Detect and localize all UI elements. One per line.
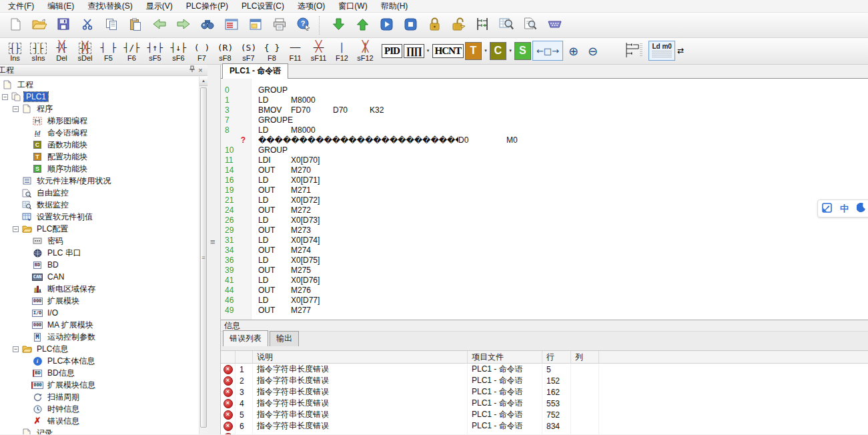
scrollbar-thumb[interactable]: ≡ bbox=[200, 87, 207, 428]
timer-block-button[interactable]: T bbox=[465, 42, 482, 60]
timer-block-dropdown[interactable]: ▾ bbox=[482, 42, 489, 60]
navigate-back-button[interactable] bbox=[147, 14, 171, 37]
tree-item-plc-serial[interactable]: PLC 串口 bbox=[0, 247, 207, 259]
sequence-block-button[interactable]: S bbox=[514, 42, 531, 60]
print-button[interactable] bbox=[268, 14, 292, 37]
vertical-line-button[interactable]: │F12 bbox=[330, 42, 354, 63]
ladder-config-button[interactable] bbox=[470, 14, 494, 37]
tree-item-motion-params[interactable]: M运动控制参数 bbox=[0, 331, 207, 343]
close-icon[interactable]: × bbox=[196, 66, 205, 75]
output-window-button[interactable] bbox=[244, 14, 268, 37]
tree-item-project-root[interactable]: 工程 bbox=[0, 79, 207, 91]
code-line[interactable]: 26LDX0[D73] bbox=[221, 215, 868, 225]
code-line[interactable]: 29OUTM273 bbox=[221, 225, 868, 235]
tree-scrollbar[interactable]: ▲ ≡ bbox=[199, 76, 207, 434]
counter-block-dropdown[interactable]: ▾ bbox=[507, 42, 514, 60]
code-line[interactable]: 8LDM8000 bbox=[221, 125, 868, 135]
hcnt-button[interactable]: HCNT bbox=[432, 44, 464, 58]
menu-file[interactable]: 文件(F) bbox=[1, 0, 41, 13]
width-adjust-button[interactable]: ←□→ bbox=[532, 41, 563, 61]
menu-search-replace[interactable]: 查找\替换(S) bbox=[81, 0, 139, 13]
output-coil-button[interactable]: ( )F7 bbox=[190, 42, 213, 63]
set-coil-button[interactable]: (S)sF7 bbox=[237, 42, 260, 63]
tree-item-ext-module[interactable]: 000扩展模块 bbox=[0, 295, 207, 307]
paste-button[interactable] bbox=[123, 14, 147, 37]
delete-vertical-line-button[interactable]: │╳sF12 bbox=[354, 42, 377, 63]
error-row[interactable]: ×1指令字符串长度错误PLC1 - 命令语5 bbox=[221, 364, 868, 375]
ladder-view-button[interactable] bbox=[620, 41, 647, 61]
device-monitor-window-button[interactable] bbox=[220, 14, 244, 37]
tree-item-plc1[interactable]: −PLC1 bbox=[0, 91, 207, 103]
menu-edit[interactable]: 编辑(E) bbox=[41, 0, 81, 13]
code-line[interactable]: 39OUTM275 bbox=[221, 265, 868, 275]
tree-item-clock-info[interactable]: 时钟信息 bbox=[0, 403, 207, 415]
reset-coil-button[interactable]: (R)sF8 bbox=[213, 42, 237, 63]
tree-item-ma-ext-module[interactable]: 000MA 扩展模块 bbox=[0, 319, 207, 331]
code-line[interactable]: 11LDIX0[D70] bbox=[221, 155, 868, 165]
code-line[interactable]: 1LDM8000 bbox=[221, 95, 868, 105]
code-line[interactable]: 34OUTM274 bbox=[221, 245, 868, 255]
tree-item-can[interactable]: CANCAN bbox=[0, 271, 207, 283]
function-braces-button[interactable]: { }F8 bbox=[260, 42, 284, 63]
ime-language-icon[interactable]: 中 bbox=[840, 203, 849, 215]
download-program-button[interactable] bbox=[326, 14, 350, 37]
cut-button[interactable] bbox=[75, 14, 99, 37]
menu-plc-settings[interactable]: PLC设置(C) bbox=[235, 0, 291, 13]
code-line[interactable]: 7GROUPE bbox=[221, 115, 868, 125]
tree-item-bd-info[interactable]: BDBD信息 bbox=[0, 367, 207, 379]
header-column[interactable]: 列 bbox=[571, 351, 599, 363]
tree-item-config-block[interactable]: T配置功能块 bbox=[0, 151, 207, 163]
tree-item-sequence-block[interactable]: S顺序功能块 bbox=[0, 163, 207, 175]
error-row[interactable]: ×5指令字符串长度错误PLC1 - 命令语752 bbox=[221, 409, 868, 420]
rising-pulse-button[interactable]: ┤↑├sF5 bbox=[143, 42, 167, 63]
code-line[interactable]: 14OUTM270 bbox=[221, 165, 868, 175]
tree-expander-icon[interactable]: − bbox=[13, 106, 19, 112]
tree-item-plc-config[interactable]: −PLC配置 bbox=[0, 223, 207, 235]
s-insert-button[interactable]: ┤├sIns bbox=[27, 43, 50, 63]
tree-expander-icon[interactable]: − bbox=[13, 226, 19, 232]
header-line[interactable]: 行 bbox=[542, 351, 571, 363]
save-button[interactable] bbox=[51, 14, 75, 37]
tree-item-function-block[interactable]: C函数功能块 bbox=[0, 139, 207, 151]
delete-button[interactable]: ┤├╳Del bbox=[50, 42, 73, 63]
tree-item-device-init[interactable]: 设置软元件初值 bbox=[0, 211, 207, 223]
ime-moon-icon[interactable] bbox=[857, 203, 866, 214]
open-file-button[interactable] bbox=[27, 14, 51, 37]
zoom-in-button[interactable]: ⊕ bbox=[564, 41, 582, 61]
menu-plc-operate[interactable]: PLC操作(P) bbox=[179, 0, 235, 13]
instruction-view-button[interactable]: Ld m0 bbox=[648, 41, 675, 61]
data-monitor-find-button[interactable] bbox=[494, 14, 518, 37]
find-in-project-button[interactable] bbox=[518, 14, 542, 37]
tree-item-io[interactable]: I/OI/O bbox=[0, 307, 207, 319]
tree-item-free-monitor[interactable]: 自由监控 bbox=[0, 187, 207, 199]
lock-button[interactable] bbox=[422, 14, 446, 37]
pid-button[interactable]: PID bbox=[382, 44, 402, 58]
delete-horizontal-line-button[interactable]: ──╳sF11 bbox=[307, 42, 330, 63]
ime-toolbar[interactable]: 中 bbox=[817, 199, 868, 218]
help-button[interactable]: ? bbox=[292, 14, 316, 37]
tree-item-error-info[interactable]: ✗错误信息 bbox=[0, 415, 207, 427]
code-line[interactable]: 21LDX0[D72] bbox=[221, 195, 868, 205]
run-plc-button[interactable] bbox=[374, 14, 398, 37]
ime-pen-icon[interactable] bbox=[822, 203, 832, 215]
tree-item-il-edit[interactable]: ld命令语编程 bbox=[0, 127, 207, 139]
code-line[interactable]: 0GROUP bbox=[221, 85, 868, 95]
tree-expander-icon[interactable]: − bbox=[2, 94, 8, 100]
tree-item-power-hold[interactable]: 断电区域保存 bbox=[0, 283, 207, 295]
pulse-button[interactable]: ∏∏ bbox=[404, 44, 424, 58]
pulse-dropdown[interactable]: ▾ bbox=[425, 42, 432, 60]
error-row[interactable]: × bbox=[221, 432, 868, 434]
menu-view[interactable]: 显示(V) bbox=[139, 0, 179, 13]
code-line[interactable]: ?������������������������������������D0D… bbox=[221, 135, 868, 145]
tree-item-ext-module-info[interactable]: 000扩展模块信息 bbox=[0, 379, 207, 391]
panel-splitter[interactable]: ≡ bbox=[207, 65, 221, 434]
navigate-forward-button[interactable] bbox=[171, 14, 195, 37]
tree-item-password[interactable]: 密码 bbox=[0, 235, 207, 247]
code-line[interactable]: 41LDX0[D76] bbox=[221, 275, 868, 285]
scroll-up-icon[interactable]: ▲ bbox=[199, 76, 207, 86]
horizontal-line-button[interactable]: ──F11 bbox=[284, 42, 307, 63]
code-line[interactable]: 24OUTM272 bbox=[221, 205, 868, 215]
error-row[interactable]: ×6指令字符串长度错误PLC1 - 命令语834 bbox=[221, 420, 868, 432]
tree-item-record[interactable]: 记录 bbox=[0, 427, 207, 434]
stop-plc-button[interactable] bbox=[398, 14, 422, 37]
